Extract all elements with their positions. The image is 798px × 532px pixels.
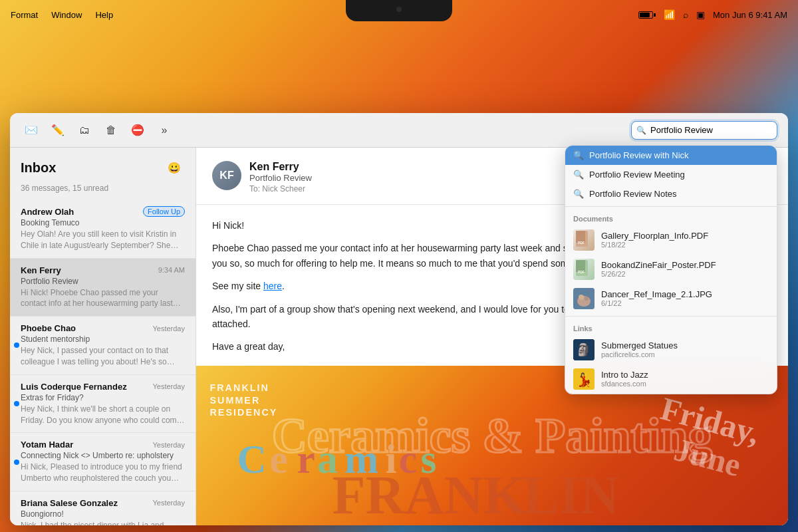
email-preview-1: Hi Nick! Phoebe Chao passed me your cont… (21, 287, 185, 310)
svg-text:C: C (237, 436, 266, 481)
archive-button[interactable]: 🗂 (74, 120, 95, 141)
compose-button[interactable]: ✏️ (47, 120, 68, 141)
email-date-4: Yesterday (152, 441, 185, 449)
email-preview-5: Nick, I had the nicest dinner with Lia a… (21, 520, 185, 525)
email-subject-2: Student mentorship (21, 334, 185, 344)
email-item-2[interactable]: Phoebe Chao Yesterday Student mentorship… (10, 317, 196, 375)
svg-text:PDF: PDF (578, 241, 585, 245)
link-url-1: pacificrelics.com (601, 350, 769, 358)
sender-avatar: KF (212, 161, 241, 190)
doc-date-1: 5/18/22 (601, 241, 769, 249)
svg-text:🗿: 🗿 (576, 342, 591, 357)
menu-format[interactable]: Format (11, 10, 38, 20)
suggestion-text-1: Portfolio Review with Nick (589, 150, 689, 160)
email-header-4: Yotam Hadar Yesterday (21, 440, 185, 450)
doc-date-2: 5/26/22 (601, 270, 769, 278)
doc-name-2: BookandZineFair_Poster.PDF (601, 260, 769, 270)
svg-text:RESIDENCY: RESIDENCY (209, 407, 277, 418)
link-thumb-1: 🗿 (573, 339, 595, 360)
svg-point-9 (585, 297, 589, 301)
suggestion-1[interactable]: 🔍 Portfolio Review with Nick (565, 146, 777, 165)
email-sender-3: Luis Coderque Fernandez (21, 382, 127, 392)
battery-icon (638, 11, 656, 19)
email-list: Andrew Olah Follow Up Booking Temuco Hey… (10, 200, 196, 525)
doc-name-3: Dancer_Ref_Image_2.1.JPG (601, 289, 769, 299)
doc-item-3[interactable]: Dancer_Ref_Image_2.1.JPG 6/1/22 (565, 284, 777, 313)
junk-button[interactable]: ⛔ (127, 120, 148, 141)
doc-item-1[interactable]: PDF Gallery_Floorplan_Info.PDF 5/18/22 (565, 225, 777, 255)
email-subject-1: Portfolio Review (21, 277, 185, 286)
menubar-right: 📶 ⌕ ▣ Mon Jun 6 9:41 AM (638, 9, 787, 20)
link-item-2[interactable]: 💃 Intro to Jazz sfdances.com (565, 364, 777, 394)
sidebar-action-button[interactable]: 😀 (164, 157, 185, 178)
email-preview-2: Hey Nick, I passed your contact on to th… (21, 345, 185, 368)
email-header-5: Briana Salese Gonzalez Yesterday (21, 498, 185, 508)
more-button[interactable]: » (154, 120, 175, 141)
email-date-2: Yesterday (152, 325, 185, 332)
search-container: 🔍 🔍 Portfolio Review with Nick 🔍 Portfol… (631, 121, 777, 140)
doc-item-2[interactable]: PDF BookandZineFair_Poster.PDF 5/26/22 (565, 255, 777, 284)
svg-text:OPEN: OPEN (230, 519, 381, 525)
doc-thumb-2: PDF (573, 259, 595, 280)
email-item-0[interactable]: Andrew Olah Follow Up Booking Temuco Hey… (10, 200, 196, 259)
svg-text:PDF: PDF (578, 270, 585, 274)
link-name-1: Submerged Statues (601, 340, 769, 350)
doc-info-1: Gallery_Floorplan_Info.PDF 5/18/22 (601, 231, 769, 249)
site-link[interactable]: here (263, 281, 282, 291)
suggestion-search-icon-1: 🔍 (573, 150, 584, 160)
svg-text:FRANKLIN: FRANKLIN (209, 382, 269, 393)
suggestion-search-icon-3: 🔍 (573, 189, 584, 199)
link-item-1[interactable]: 🗿 Submerged Statues pacificrelics.com (565, 335, 777, 364)
menu-window[interactable]: Window (51, 10, 82, 20)
toolbar: ✉️ ✏️ 🗂 🗑 ⛔ » 🔍 🔍 Portfolio Review with … (10, 113, 788, 148)
link-url-2: sfdances.com (601, 380, 769, 388)
search-dropdown: 🔍 Portfolio Review with Nick 🔍 Portfolio… (565, 145, 777, 394)
inbox-subtitle: 36 messages, 15 unread (10, 184, 196, 200)
camera-dot (396, 7, 402, 12)
email-date-3: Yesterday (152, 382, 185, 390)
spotlight-icon[interactable]: ⌕ (683, 9, 688, 20)
wifi-icon: 📶 (664, 9, 675, 20)
email-item-1[interactable]: Ken Ferry 9:34 AM Portfolio Review Hi Ni… (10, 259, 196, 317)
email-sender-2: Phoebe Chao (21, 323, 76, 333)
suggestion-text-3: Portfolio Review Notes (589, 189, 677, 199)
email-sidebar: Inbox 😀 36 messages, 15 unread Andrew Ol… (10, 148, 196, 525)
divider-2 (565, 316, 777, 317)
svg-point-8 (579, 295, 584, 300)
link-name-2: Intro to Jazz (601, 370, 769, 380)
suggestion-2[interactable]: 🔍 Portfolio Review Meeting (565, 165, 777, 184)
clock: Mon Jun 6 9:41 AM (713, 10, 787, 20)
email-subject-3: Extras for Friday? (21, 393, 185, 402)
menu-help[interactable]: Help (95, 10, 113, 20)
email-sender-4: Yotam Hadar (21, 440, 73, 450)
doc-date-3: 6/1/22 (601, 299, 769, 307)
doc-thumb-3 (573, 288, 595, 309)
divider-1 (565, 206, 777, 207)
email-subject-0: Booking Temuco (21, 218, 185, 227)
svg-text:r: r (297, 436, 315, 481)
email-subject-5: Buongiorno! (21, 509, 185, 519)
suggestion-3[interactable]: 🔍 Portfolio Review Notes (565, 184, 777, 203)
suggestion-search-icon-2: 🔍 (573, 170, 584, 180)
links-header: Links (565, 319, 777, 335)
camera-notch (346, 0, 452, 21)
search-input[interactable] (631, 121, 777, 140)
email-item-5[interactable]: Briana Salese Gonzalez Yesterday Buongio… (10, 491, 196, 525)
email-preview-0: Hey Olah! Are you still keen to visit Kr… (21, 229, 185, 251)
email-header-3: Luis Coderque Fernandez Yesterday (21, 382, 185, 392)
email-item-3[interactable]: Luis Coderque Fernandez Yesterday Extras… (10, 375, 196, 434)
link-info-2: Intro to Jazz sfdances.com (601, 370, 769, 388)
email-subject-4: Connecting Nick <> Umberto re: upholster… (21, 451, 185, 460)
email-date-1: 9:34 AM (158, 266, 185, 274)
doc-name-1: Gallery_Floorplan_Info.PDF (601, 231, 769, 241)
email-date-5: Yesterday (152, 499, 185, 507)
email-followup-0: Follow Up (143, 206, 185, 217)
doc-info-2: BookandZineFair_Poster.PDF 5/26/22 (601, 260, 769, 278)
email-item-4[interactable]: Yotam Hadar Yesterday Connecting Nick <>… (10, 433, 196, 491)
trash-button[interactable]: 🗑 (100, 120, 122, 141)
svg-text:FRANK: FRANK (332, 465, 526, 525)
doc-thumb-1: PDF (573, 229, 595, 251)
control-center-icon[interactable]: ▣ (696, 9, 705, 20)
svg-text:SUMMER: SUMMER (209, 395, 260, 406)
mail-button[interactable]: ✉️ (21, 120, 42, 141)
